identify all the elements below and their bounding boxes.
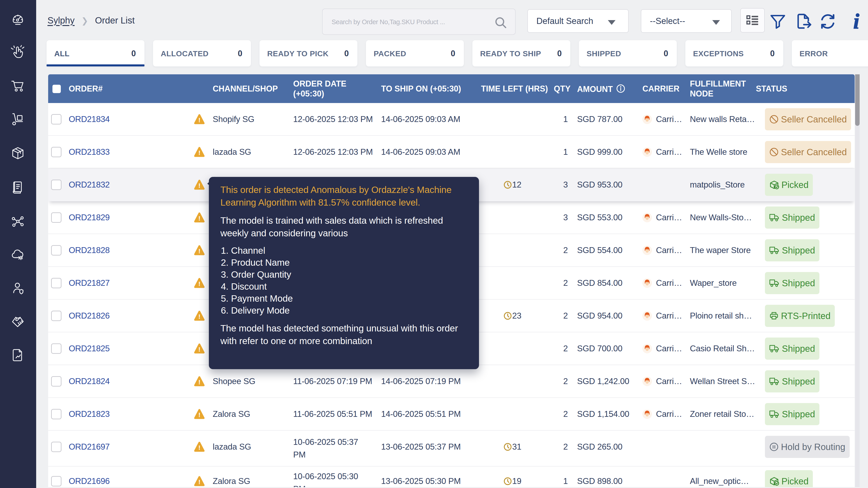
svg-text:!: ! (198, 117, 200, 124)
svg-text:!: ! (198, 379, 200, 386)
svg-text:!: ! (198, 248, 200, 255)
svg-text:!: ! (198, 346, 200, 353)
svg-text:!: ! (198, 479, 200, 486)
svg-text:!: ! (198, 444, 200, 451)
svg-text:!: ! (198, 313, 200, 320)
svg-text:!: ! (198, 281, 200, 287)
svg-text:!: ! (198, 412, 200, 418)
svg-text:!: ! (198, 215, 200, 222)
svg-text:!: ! (198, 182, 200, 189)
svg-text:!: ! (198, 149, 200, 156)
